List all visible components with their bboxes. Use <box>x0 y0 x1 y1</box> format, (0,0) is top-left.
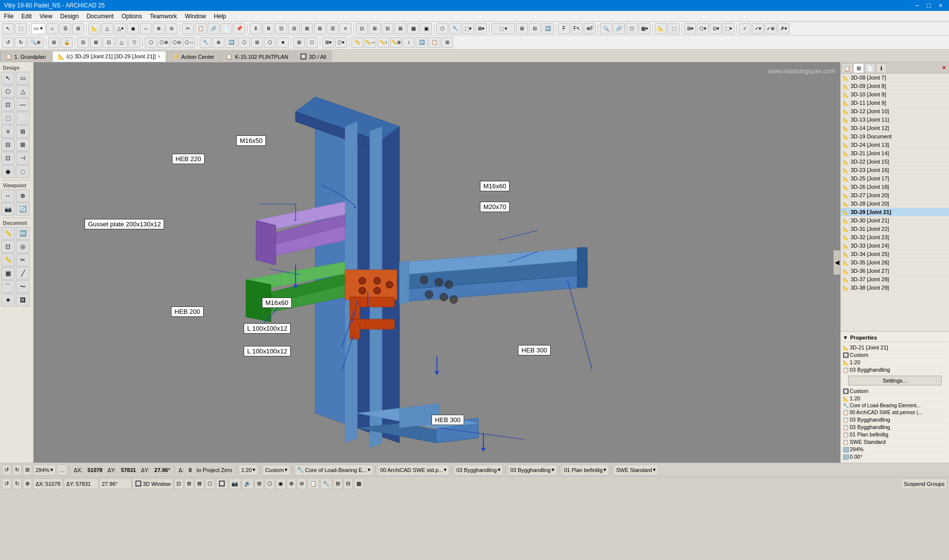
panel-close-button[interactable]: × <box>940 63 948 71</box>
tb-b22[interactable]: ☰ <box>327 23 339 34</box>
tb2-b28[interactable]: 📏⊕ <box>390 37 402 48</box>
tb-b49[interactable]: ⊡▾ <box>710 23 722 34</box>
layer3-indicator[interactable]: 03 Bygghandling ▾ <box>508 465 557 475</box>
lt-orbit[interactable]: 🔄 <box>16 203 30 215</box>
tb2-b27[interactable]: 📏↕ <box>377 37 389 48</box>
tb-b38[interactable]: F <box>558 23 570 34</box>
tb-b12[interactable]: 📋 <box>195 23 207 34</box>
lt-wall[interactable]: ▭ <box>16 72 30 85</box>
list-item-3d-38[interactable]: 📐 3D-38 [Joint 29] <box>841 284 949 292</box>
tb-b33[interactable]: ⊠▾ <box>475 23 487 34</box>
standard-indicator[interactable]: SWE Standard ▾ <box>613 465 658 475</box>
tb2-b13[interactable]: ⬡↔ <box>183 37 195 48</box>
lt-dimension[interactable]: 📏 <box>1 227 15 240</box>
tb2-b1[interactable]: ↺ <box>2 37 14 48</box>
tb-b13[interactable]: 🔗 <box>208 23 219 34</box>
panel-tab-properties[interactable]: 📄 <box>864 63 875 73</box>
tb-b20[interactable]: ⊠ <box>301 23 313 34</box>
bt-b16[interactable]: 📋 <box>307 478 319 489</box>
tab-plintplan[interactable]: 📋 K-15.102 PLINTPLAN <box>220 51 294 62</box>
lt-slab[interactable]: ⬡ <box>1 85 15 98</box>
tb-b17[interactable]: Ⅲ <box>262 23 274 34</box>
bt-coord-y[interactable]: ΔY: 57831 <box>64 478 98 489</box>
list-item-3d-13[interactable]: 📐 3D-13 [Joint 11] <box>841 116 949 124</box>
maximize-button[interactable]: □ <box>924 1 933 10</box>
bt-b10[interactable]: 🔊 <box>242 478 254 489</box>
tb2-b9[interactable]: ▽ <box>129 37 140 48</box>
tab-3d-all[interactable]: 🔲 3D / All <box>295 51 332 62</box>
tb2-b25[interactable]: 📏 <box>351 37 363 48</box>
tab-grundplan[interactable]: 📋 1. Grundplan <box>0 51 51 62</box>
tb2-b5[interactable]: ⊟ <box>77 37 89 48</box>
tb2-b17[interactable]: ⬡ <box>238 37 250 48</box>
custom-btn[interactable]: Custom ▾ <box>262 465 290 475</box>
close-button[interactable]: × <box>936 1 945 10</box>
lt-fill[interactable]: ▦ <box>1 267 15 280</box>
list-item-3d-35[interactable]: 📐 3D-35 [Joint 26] <box>841 258 949 267</box>
lt-window[interactable]: ⬜ <box>16 112 30 125</box>
tb-b31[interactable]: 🔧 <box>449 23 461 34</box>
lt-beam[interactable]: — <box>16 98 30 111</box>
tb2-b16[interactable]: 🔤 <box>225 37 237 48</box>
tb-b27[interactable]: ⊠ <box>394 23 406 34</box>
bt-b2[interactable]: ↻ <box>12 478 22 489</box>
tb-b14[interactable]: 📄 <box>220 23 232 34</box>
lt-roof[interactable]: △ <box>16 85 30 98</box>
lt-lamp[interactable]: ◌ <box>16 165 30 178</box>
lt-picture[interactable]: 🖼 <box>16 294 30 306</box>
bt-coord-x[interactable]: ΔX: 51078 <box>33 478 63 489</box>
panel-tab-navigator[interactable]: 📋 <box>842 63 853 73</box>
list-item-3d-27[interactable]: 📐 3D-27 [Joint 20] <box>841 191 949 200</box>
bt-b3[interactable]: ⊕ <box>23 478 32 489</box>
menu-teamwork[interactable]: Teamwork <box>146 12 181 21</box>
list-item-3d-08[interactable]: 📐 3D-08 [Joint 7] <box>841 74 949 82</box>
lt-camera[interactable]: 📷 <box>1 203 15 215</box>
list-item-3d-23[interactable]: 📐 3D-23 [Joint 16] <box>841 166 949 174</box>
list-item-3d-25[interactable]: 📐 3D-25 [Joint 17] <box>841 174 949 183</box>
bt-b13[interactable]: ◉ <box>276 478 286 489</box>
bt-coord-ang[interactable]: 27.96° <box>99 478 131 489</box>
properties-collapse-icon[interactable]: ▼ <box>843 335 848 341</box>
zoom-fit-btn[interactable]: ⊞ <box>23 465 32 475</box>
lt-morph[interactable]: ⊟ <box>1 138 15 151</box>
list-item-3d-19[interactable]: 📐 3D-19 Document <box>841 132 949 141</box>
tb2-b2[interactable]: ↻ <box>15 37 27 48</box>
tb-b51[interactable]: ✓ <box>739 23 751 34</box>
zoom-indicator[interactable]: 294% ▾ <box>33 465 56 475</box>
tb-b46[interactable]: ⬚ <box>668 23 680 34</box>
lt-hotlink[interactable]: ★ <box>1 294 15 306</box>
tb-b21[interactable]: ⊞ <box>314 23 326 34</box>
list-item-3d-36[interactable]: 📐 3D-36 [Joint 27] <box>841 267 949 275</box>
lt-section[interactable]: ◎ <box>16 240 30 253</box>
menu-edit[interactable]: Edit <box>17 12 36 21</box>
tb2-b20[interactable]: ★ <box>277 37 289 48</box>
tb2-b22[interactable]: ⬡ <box>306 37 318 48</box>
redo-btn[interactable]: ↻ <box>12 465 22 475</box>
tab-joint21-close[interactable]: × <box>158 54 161 59</box>
tb2-b26[interactable]: 📏↔ <box>364 37 376 48</box>
panel-tab-info[interactable]: ℹ <box>876 63 887 73</box>
lt-mesh[interactable]: ⊠ <box>16 138 30 151</box>
lt-spline[interactable]: 〜 <box>16 280 30 293</box>
lt-label[interactable]: ⊡ <box>1 240 15 253</box>
settings-button[interactable]: Settings... <box>848 376 942 386</box>
list-item-3d-22[interactable]: 📐 3D-22 [Joint 15] <box>841 158 949 166</box>
viewport-collapse-handle[interactable]: ◀ <box>833 250 840 275</box>
lt-text[interactable]: 🔤 <box>16 227 30 240</box>
snap-button[interactable]: ⊞ <box>48 37 60 48</box>
tb-b1[interactable]: ⌂ <box>46 23 58 34</box>
lt-select[interactable]: ↖ <box>1 72 15 85</box>
tb-b42[interactable]: 🔗 <box>613 23 625 34</box>
tb-b41[interactable]: 🔍 <box>600 23 612 34</box>
lt-worksheet[interactable]: ✂ <box>16 254 30 266</box>
lt-arc[interactable]: ⌒ <box>1 280 15 293</box>
bt-b8[interactable]: 🔲 <box>216 478 228 489</box>
tb2-b29[interactable]: ↕ <box>403 37 415 48</box>
menu-window[interactable]: Window <box>181 12 210 21</box>
bt-b17[interactable]: 🔧 <box>320 478 332 489</box>
bt-b6[interactable]: ⊠ <box>195 478 204 489</box>
bt-3dwindow[interactable]: 🔲 3D Window <box>132 478 173 489</box>
tb-b25[interactable]: ⊞ <box>369 23 381 34</box>
minimize-button[interactable]: − <box>912 1 921 10</box>
bt-b9[interactable]: 📷 <box>229 478 241 489</box>
